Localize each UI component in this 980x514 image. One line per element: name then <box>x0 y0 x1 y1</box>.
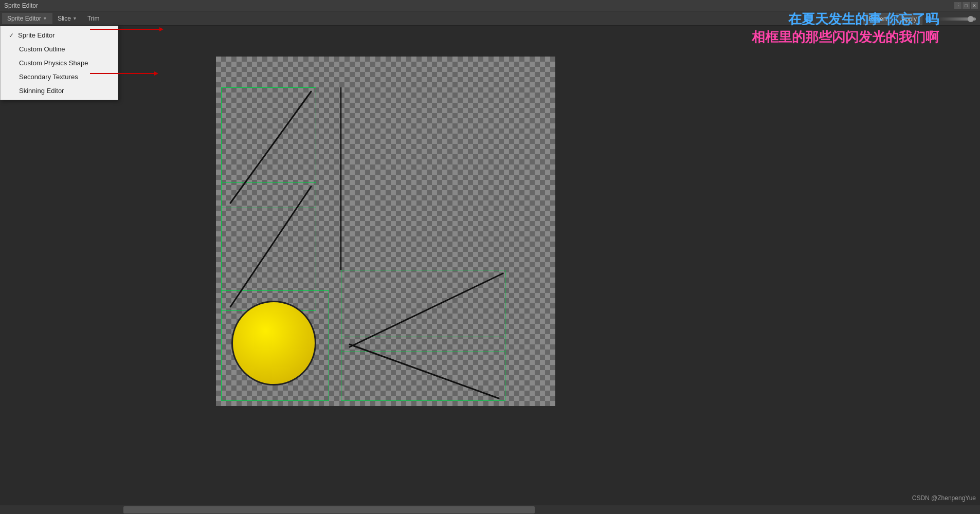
close-button[interactable]: ✕ <box>971 2 978 9</box>
slider-track <box>935 17 976 21</box>
dropdown-menu: Sprite Editor Custom Outline Custom Phys… <box>0 26 118 100</box>
dropdown-secondary-textures-label: Secondary Textures <box>19 73 78 81</box>
revert-button[interactable]: Revert <box>863 13 893 25</box>
right-controls: Revert Apply <box>863 13 976 25</box>
dropdown-item-custom-outline[interactable]: Custom Outline <box>1 42 118 56</box>
maximize-button[interactable]: □ <box>963 2 970 9</box>
sprite-region-botright <box>341 337 505 401</box>
scrollbar-thumb[interactable] <box>123 506 535 513</box>
menu-sprite-editor[interactable]: Sprite Editor ▼ <box>2 13 52 24</box>
dropdown-item-sprite-editor[interactable]: Sprite Editor <box>1 28 118 42</box>
dropdown-sprite-editor-label: Sprite Editor <box>18 31 55 39</box>
color-indicator <box>925 16 932 22</box>
apply-button[interactable]: Apply <box>896 13 922 25</box>
dropdown-skinning-editor-label: Skinning Editor <box>19 87 64 95</box>
title-bar-controls: ⋮ □ ✕ <box>954 0 978 11</box>
menu-slice-label: Slice <box>58 15 71 22</box>
minimize-button[interactable]: ⋮ <box>954 2 961 9</box>
dropdown-item-secondary-textures[interactable]: Secondary Textures <box>1 70 118 84</box>
watermark: CSDN @ZhenpengYue <box>912 494 976 502</box>
menu-trim[interactable]: Trim <box>82 13 105 24</box>
menu-trim-label: Trim <box>87 15 100 22</box>
sprite-canvas <box>216 57 555 406</box>
yellow-circle <box>231 301 316 386</box>
slider-thumb <box>968 16 974 22</box>
dropdown-custom-physics-label: Custom Physics Shape <box>19 59 88 67</box>
main-canvas <box>0 26 980 504</box>
dropdown-custom-outline-label: Custom Outline <box>19 45 65 53</box>
menu-sprite-editor-arrow: ▼ <box>43 16 47 21</box>
menu-bar: Sprite Editor ▼ Slice ▼ Trim Revert Appl… <box>0 11 980 26</box>
menu-slice-arrow: ▼ <box>72 16 77 21</box>
title-bar: Sprite Editor ⋮ □ ✕ <box>0 0 980 11</box>
bottom-scrollbar[interactable] <box>0 505 980 514</box>
menu-slice[interactable]: Slice ▼ <box>52 13 82 24</box>
dropdown-item-custom-physics[interactable]: Custom Physics Shape <box>1 56 118 70</box>
dropdown-item-skinning-editor[interactable]: Skinning Editor <box>1 84 118 98</box>
title-bar-title: Sprite Editor <box>4 2 38 9</box>
menu-sprite-editor-label: Sprite Editor <box>7 15 41 22</box>
zoom-slider[interactable] <box>935 17 976 21</box>
